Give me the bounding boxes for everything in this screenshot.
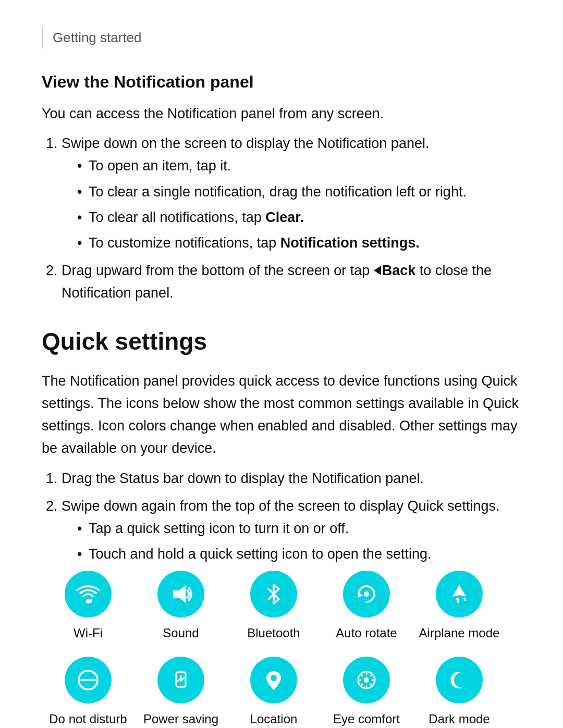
- airplane-label: Airplane mode: [419, 625, 500, 641]
- quick-step2: Swipe down again from the top of the scr…: [62, 495, 521, 566]
- dnd-icon-circle: [65, 657, 112, 704]
- sound-icon-item: Sound: [134, 571, 227, 641]
- dnd-svg: [75, 667, 101, 693]
- back-chevron-icon: [374, 266, 381, 275]
- powersave-label: Power saving: [143, 711, 218, 727]
- sound-icon-circle: [157, 571, 204, 618]
- section-quick-settings: Quick settings The Notification panel pr…: [42, 323, 521, 728]
- section2-intro: The Notification panel provides quick ac…: [42, 370, 521, 460]
- bullet-open-item: To open an item, tap it.: [77, 155, 521, 177]
- darkmode-icon-circle: [436, 657, 483, 704]
- location-label: Location: [250, 711, 298, 727]
- airplane-icon-circle: [436, 571, 483, 618]
- eyecomfort-icon-circle: [343, 657, 390, 704]
- autorotate-icon-item: Auto rotate: [320, 571, 413, 641]
- bluetooth-svg: [261, 581, 287, 607]
- section1-title: View the Notification panel: [42, 69, 521, 95]
- wifi-svg: [75, 581, 101, 607]
- svg-rect-7: [178, 671, 183, 673]
- section1-intro: You can access the Notification panel fr…: [42, 103, 521, 125]
- clear-bold: Clear.: [265, 209, 304, 225]
- svg-line-18: [371, 674, 372, 676]
- sound-label: Sound: [163, 625, 199, 641]
- step2-item: Drag upward from the bottom of the scree…: [62, 260, 521, 304]
- svg-point-9: [271, 675, 277, 681]
- wifi-label: Wi-Fi: [74, 625, 103, 641]
- bullet-clear-all: To clear all notifications, tap Clear.: [77, 206, 521, 229]
- svg-point-3: [364, 591, 369, 597]
- step2-text: Drag upward from the bottom of the scree…: [62, 263, 492, 301]
- section2-title: Quick settings: [42, 323, 521, 360]
- darkmode-icon-item: Dark mode: [413, 657, 506, 728]
- location-icon-item: Location: [227, 657, 320, 728]
- bluetooth-label: Bluetooth: [247, 625, 300, 641]
- dnd-label: Do not disturb: [49, 711, 127, 727]
- powersave-icon-circle: [157, 657, 204, 704]
- autorotate-label: Auto rotate: [336, 625, 397, 641]
- step1-item: Swipe down on the screen to display the …: [62, 132, 521, 254]
- bullet-clear-single: To clear a single notification, drag the…: [77, 181, 521, 203]
- autorotate-svg: [353, 581, 380, 607]
- notification-settings-bold: Notification settings.: [280, 235, 420, 251]
- sound-svg: [168, 581, 194, 607]
- airplane-icon-item: Airplane mode: [413, 571, 506, 641]
- section1-steps: Swipe down on the screen to display the …: [62, 132, 521, 304]
- bullet-customize: To customize notifications, tap Notifica…: [77, 232, 521, 254]
- darkmode-label: Dark mode: [429, 711, 489, 727]
- icons-row2: Do not disturb Power saving: [42, 657, 521, 728]
- sub-bullet-hold: Touch and hold a quick setting icon to o…: [77, 543, 521, 565]
- wifi-icon-item: Wi-Fi: [42, 571, 134, 641]
- eyecomfort-svg: [353, 667, 380, 693]
- step1-bullets: To open an item, tap it. To clear a sing…: [77, 155, 521, 254]
- back-bold: Back: [382, 263, 416, 278]
- page-header: Getting started: [42, 26, 521, 48]
- eyecomfort-label: Eye comfortshield: [333, 711, 400, 728]
- quick-sub-bullets: Tap a quick setting icon to turn it on o…: [77, 517, 521, 565]
- step1-text: Swipe down on the screen to display the …: [62, 135, 429, 151]
- eyecomfort-icon-item: Eye comfortshield: [320, 657, 413, 728]
- powersave-icon-item: Power saving: [134, 657, 227, 728]
- section-notification-panel: View the Notification panel You can acce…: [42, 69, 521, 304]
- svg-line-19: [361, 684, 362, 686]
- autorotate-icon-circle: [343, 571, 390, 618]
- page-header-text: Getting started: [53, 30, 142, 45]
- dnd-icon-item: Do not disturb: [42, 657, 134, 728]
- svg-point-0: [86, 599, 90, 603]
- icons-row1: Wi-Fi Sound Bluetooth: [42, 571, 521, 646]
- wifi-icon-circle: [65, 571, 112, 618]
- svg-point-11: [364, 677, 369, 683]
- sub-bullet-tap: Tap a quick setting icon to turn it on o…: [77, 517, 521, 540]
- section2-steps: Drag the Status bar down to display the …: [62, 467, 521, 566]
- svg-marker-1: [173, 585, 186, 603]
- location-svg: [261, 667, 287, 693]
- location-icon-circle: [250, 657, 297, 704]
- bluetooth-icon-circle: [250, 571, 297, 618]
- darkmode-svg: [446, 667, 472, 693]
- svg-line-16: [361, 674, 362, 676]
- svg-line-17: [371, 684, 372, 686]
- bluetooth-icon-item: Bluetooth: [227, 571, 320, 641]
- powersave-svg: [168, 667, 194, 693]
- quick-step1: Drag the Status bar down to display the …: [62, 467, 521, 490]
- airplane-svg: [446, 581, 472, 607]
